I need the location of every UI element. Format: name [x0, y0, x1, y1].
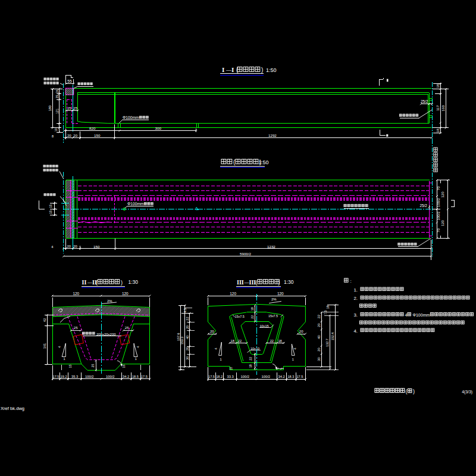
svg-text:10: 10 [54, 128, 58, 131]
svg-text:30: 30 [317, 357, 321, 361]
svg-text:33.3: 33.3 [227, 375, 234, 378]
svg-text:18: 18 [436, 129, 440, 133]
svg-text:15: 15 [49, 205, 52, 208]
svg-text:42: 42 [43, 318, 46, 322]
svg-text:18: 18 [249, 364, 252, 368]
svg-text:180: 180 [48, 105, 52, 111]
svg-text:25: 25 [91, 364, 95, 368]
svg-text:55: 55 [67, 79, 72, 83]
svg-text:18: 18 [250, 307, 254, 311]
svg-text:120: 120 [441, 220, 445, 226]
svg-text:25/2: 25/2 [421, 99, 428, 104]
svg-text:1232: 1232 [267, 245, 275, 249]
svg-text:4: 4 [214, 347, 218, 349]
svg-text:1.: 1. [354, 287, 358, 293]
svg-text:100/2: 100/2 [262, 375, 271, 378]
svg-text:2%: 2% [271, 298, 277, 301]
svg-text:15: 15 [122, 365, 126, 368]
svg-text:120: 120 [73, 292, 80, 296]
svg-text:—: — [245, 280, 249, 285]
svg-text:20: 20 [67, 134, 71, 137]
svg-text:1: 1 [64, 357, 65, 361]
svg-text:25: 25 [55, 95, 59, 98]
svg-text:100/2: 100/2 [241, 375, 250, 378]
svg-text:Φ100mm: Φ100mm [123, 115, 139, 120]
svg-text:120: 120 [441, 192, 445, 198]
svg-text:22: 22 [317, 315, 321, 318]
svg-text:II: II [82, 279, 87, 286]
svg-text:160: 160 [441, 105, 445, 111]
svg-text:): ) [278, 280, 280, 286]
svg-text:3.: 3. [354, 312, 358, 318]
svg-text:Xref bk.dwg: Xref bk.dwg [1, 406, 24, 411]
svg-text:200x20x200: 200x20x200 [96, 333, 116, 336]
svg-text:1:50: 1:50 [258, 159, 269, 165]
svg-text:—: — [226, 67, 231, 73]
svg-text:I: I [231, 66, 234, 73]
svg-text:20: 20 [73, 134, 77, 137]
svg-text:300: 300 [155, 126, 162, 130]
svg-text:4(3/3): 4(3/3) [462, 390, 472, 394]
svg-text:17.5: 17.5 [208, 375, 215, 378]
svg-text:132.7: 132.7 [325, 339, 329, 347]
svg-text:4.: 4. [354, 328, 358, 334]
svg-text:40: 40 [186, 336, 189, 339]
svg-text:): ) [413, 389, 415, 394]
svg-text:18.3: 18.3 [288, 375, 295, 378]
svg-text:1:30: 1:30 [129, 279, 139, 285]
svg-text:1:30: 1:30 [284, 279, 294, 285]
svg-text:(: ( [406, 389, 408, 394]
svg-text:100/2: 100/2 [106, 375, 115, 378]
svg-text:17.5: 17.5 [141, 375, 148, 378]
svg-text:25: 25 [74, 326, 78, 330]
svg-text:70: 70 [437, 228, 440, 232]
svg-text:30: 30 [186, 356, 189, 360]
svg-text:I: I [222, 66, 224, 73]
svg-text:25: 25 [67, 107, 71, 110]
svg-text:150: 150 [93, 245, 100, 249]
svg-text:4: 4 [136, 346, 140, 347]
svg-text:1292: 1292 [268, 133, 277, 137]
svg-text:120: 120 [230, 292, 236, 296]
svg-text:18: 18 [327, 305, 330, 309]
svg-text:100/2: 100/2 [437, 198, 440, 207]
svg-text:20: 20 [210, 330, 214, 333]
svg-text:70: 70 [437, 186, 440, 190]
svg-text:4: 4 [293, 347, 297, 349]
svg-text:100/2: 100/2 [437, 211, 440, 221]
svg-text:10x15: 10x15 [259, 324, 268, 328]
svg-text:24: 24 [55, 89, 59, 93]
svg-text:19.2: 19.2 [61, 375, 67, 378]
svg-text:15: 15 [68, 365, 72, 368]
svg-text:20: 20 [186, 325, 189, 329]
svg-text:17.5: 17.5 [297, 375, 303, 378]
svg-text:25/2: 25/2 [420, 203, 428, 208]
svg-text:31: 31 [230, 367, 233, 370]
svg-text:15x7.5: 15x7.5 [268, 314, 278, 318]
svg-text:4.3: 4.3 [184, 308, 187, 312]
svg-text:20: 20 [317, 347, 321, 351]
svg-text:18.2: 18.2 [216, 375, 223, 378]
svg-text:22: 22 [249, 357, 252, 361]
svg-text:7.3: 7.3 [324, 310, 328, 314]
svg-text:15x7.5: 15x7.5 [235, 315, 245, 318]
svg-text:820: 820 [89, 126, 96, 130]
svg-text:10x10: 10x10 [250, 347, 259, 350]
svg-text:121: 121 [55, 108, 59, 114]
svg-text:120: 120 [122, 292, 129, 296]
svg-text:20: 20 [299, 330, 303, 333]
svg-text:18: 18 [231, 339, 234, 343]
svg-text:20: 20 [186, 347, 189, 350]
svg-text:25: 25 [73, 107, 77, 110]
svg-text:18.5: 18.5 [132, 375, 139, 378]
svg-text:100/2: 100/2 [85, 375, 94, 378]
svg-text:150: 150 [94, 133, 101, 137]
svg-text:(: ( [256, 280, 258, 286]
svg-text:34.2: 34.2 [123, 375, 129, 378]
svg-text:161: 161 [43, 343, 46, 349]
svg-text:22: 22 [238, 339, 242, 343]
svg-text::: : [350, 278, 352, 284]
svg-text:120: 120 [277, 292, 284, 296]
svg-text:III: III [237, 279, 244, 286]
svg-text:25: 25 [125, 326, 129, 330]
